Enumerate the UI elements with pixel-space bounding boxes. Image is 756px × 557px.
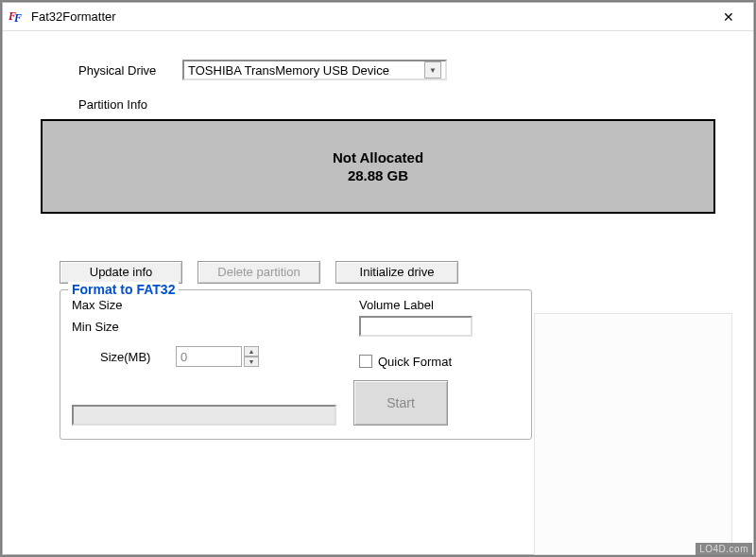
app-icon: F <box>9 9 26 26</box>
partition-size: 28.88 GB <box>348 167 408 183</box>
volume-label-input[interactable] <box>359 316 472 337</box>
minsize-label: Min Size <box>72 320 359 334</box>
drive-selected-text: TOSHIBA TransMemory USB Device <box>188 63 424 78</box>
initialize-drive-button[interactable]: Initialize drive <box>335 261 458 284</box>
size-mb-input[interactable]: 0 <box>176 346 242 367</box>
quick-format-checkbox[interactable] <box>359 355 372 368</box>
drive-row: Physical Drive TOSHIBA TransMemory USB D… <box>78 60 734 80</box>
size-mb-label: Size(MB) <box>100 350 176 364</box>
partition-display[interactable]: Not Allocated 28.88 GB <box>41 119 715 214</box>
watermark: LO4D.com <box>696 543 752 555</box>
drive-label: Physical Drive <box>78 63 182 78</box>
volume-label-text: Volume Label <box>359 298 520 312</box>
action-buttons-row: Update info Delete partition Initialize … <box>60 261 734 284</box>
window-title: Fat32Formatter <box>31 9 710 24</box>
close-button[interactable]: ✕ <box>710 4 747 30</box>
update-info-button[interactable]: Update info <box>60 261 182 284</box>
titlebar: F Fat32Formatter ✕ <box>3 3 753 31</box>
format-groupbox: Format to FAT32 Max Size Volume Label Mi… <box>60 289 532 440</box>
partition-info-label: Partition Info <box>78 97 734 112</box>
spinner-up-icon[interactable]: ▲ <box>244 346 259 357</box>
maxsize-label: Max Size <box>72 298 359 312</box>
start-button[interactable]: Start <box>353 380 448 426</box>
app-window: F Fat32Formatter ✕ Physical Drive TOSHIB… <box>2 2 754 555</box>
delete-partition-button[interactable]: Delete partition <box>198 261 320 284</box>
groupbox-title: Format to FAT32 <box>68 282 179 297</box>
drive-combobox[interactable]: TOSHIBA TransMemory USB Device ▼ <box>182 60 447 80</box>
client-area: Physical Drive TOSHIBA TransMemory USB D… <box>3 31 753 554</box>
spinner-down-icon[interactable]: ▼ <box>244 357 259 367</box>
progress-bar <box>72 405 336 426</box>
quick-format-label: Quick Format <box>378 355 452 369</box>
bottom-row: Start <box>72 380 520 426</box>
size-spinner[interactable]: ▲ ▼ <box>244 346 259 367</box>
quick-format-row: Quick Format <box>359 355 520 369</box>
chevron-down-icon[interactable]: ▼ <box>424 61 441 78</box>
size-row: Size(MB) 0 ▲ ▼ <box>100 346 359 367</box>
side-panel <box>534 313 732 555</box>
partition-status: Not Allocated <box>333 149 423 165</box>
